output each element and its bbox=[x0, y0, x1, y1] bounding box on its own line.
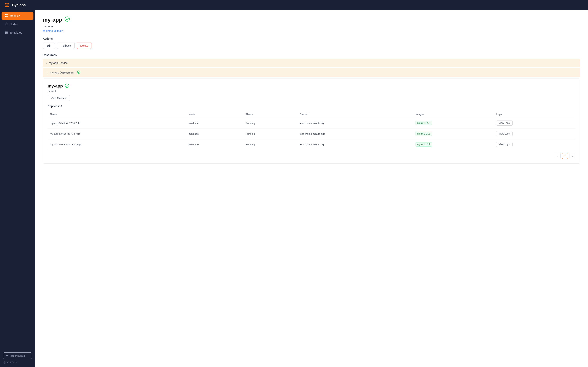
svg-point-12 bbox=[6, 24, 7, 24]
sidebar-item-modules-label: Modules bbox=[10, 14, 20, 17]
pod-logs-0[interactable]: View Logs bbox=[494, 118, 575, 128]
table-row: my-app-5745b4c678-72qkt minikube Running… bbox=[48, 118, 575, 128]
templates-icon bbox=[5, 31, 8, 34]
pod-started-2: less than a minute ago bbox=[297, 139, 413, 150]
pods-table: Name Node Phase Started Images Logs my-a… bbox=[48, 111, 575, 150]
table-row: my-app-5745b4c678-b7pjs minikube Running… bbox=[48, 128, 575, 139]
delete-button[interactable]: Delete bbox=[77, 42, 92, 49]
svg-point-6 bbox=[8, 5, 8, 5]
chevron-right-icon: › bbox=[46, 62, 47, 64]
svg-rect-9 bbox=[5, 16, 6, 17]
rollback-button[interactable]: Rollback bbox=[57, 42, 75, 49]
svg-rect-8 bbox=[6, 14, 8, 15]
svg-rect-15 bbox=[6, 32, 8, 34]
view-logs-button-0[interactable]: View Logs bbox=[496, 121, 512, 125]
chevron-down-icon: ⌄ bbox=[46, 71, 48, 74]
view-manifest-button[interactable]: View Manifest bbox=[48, 95, 70, 101]
sidebar-item-templates-label: Templates bbox=[10, 31, 22, 34]
app-status-check-icon bbox=[65, 16, 70, 23]
view-logs-button-1[interactable]: View Logs bbox=[496, 131, 512, 136]
sidebar-bottom: Report a Bug v0.3.0-rc.4 bbox=[0, 349, 35, 367]
page-title: my-app bbox=[43, 17, 62, 23]
pod-image-2: nginx:1.14.2 bbox=[413, 139, 494, 150]
deploy-title-row: my-app bbox=[48, 83, 575, 89]
svg-rect-13 bbox=[5, 31, 8, 32]
git-link[interactable]: demo @ main bbox=[43, 29, 580, 33]
report-bug-button[interactable]: Report a Bug bbox=[3, 352, 32, 359]
svg-point-17 bbox=[65, 17, 70, 21]
resources-label: Resources bbox=[43, 53, 580, 57]
svg-point-16 bbox=[3, 362, 5, 364]
svg-rect-14 bbox=[5, 32, 6, 34]
pod-phase-2: Running bbox=[243, 139, 297, 150]
pod-phase-1: Running bbox=[243, 128, 297, 139]
edit-button[interactable]: Edit bbox=[43, 42, 55, 49]
pagination-row: ‹ 1 › bbox=[48, 153, 575, 159]
pod-logs-1[interactable]: View Logs bbox=[494, 128, 575, 139]
col-header-images: Images bbox=[413, 111, 494, 118]
table-row: my-app-5745b4c678-nxwq6 minikube Running… bbox=[48, 139, 575, 150]
svg-rect-7 bbox=[5, 14, 6, 15]
bug-icon bbox=[6, 354, 8, 358]
deploy-namespace: default bbox=[48, 90, 575, 93]
sidebar-item-nodes-label: Nodes bbox=[10, 23, 17, 26]
pod-node-0: minikube bbox=[186, 118, 243, 128]
logo-icon bbox=[4, 2, 10, 8]
col-header-phase: Phase bbox=[243, 111, 297, 118]
next-page-button[interactable]: › bbox=[570, 153, 575, 159]
resource-row-service[interactable]: › my-app Service bbox=[43, 59, 580, 67]
pod-phase-0: Running bbox=[243, 118, 297, 128]
prev-page-button[interactable]: ‹ bbox=[555, 153, 561, 159]
resource-row-deployment[interactable]: ⌄ my-app Deployment bbox=[43, 68, 580, 77]
col-header-started: Started bbox=[297, 111, 413, 118]
col-header-logs: Logs bbox=[494, 111, 575, 118]
deployment-detail: my-app default View Manifest Replicas: 3… bbox=[43, 79, 580, 164]
sidebar-item-nodes[interactable]: Nodes bbox=[1, 20, 34, 28]
deployment-check-icon bbox=[77, 70, 81, 75]
logo-area: Cyclops bbox=[4, 2, 26, 8]
sidebar-item-modules[interactable]: Modules bbox=[1, 12, 34, 20]
page-title-row: my-app bbox=[43, 16, 580, 23]
pod-image-0: nginx:1.14.2 bbox=[413, 118, 494, 128]
topbar: Cyclops bbox=[0, 0, 588, 10]
svg-point-18 bbox=[77, 71, 80, 74]
resource-service-label: my-app Service bbox=[49, 61, 68, 65]
pod-name-1: my-app-5745b4c678-b7pjs bbox=[48, 128, 186, 139]
pod-name-0: my-app-5745b4c678-72qkt bbox=[48, 118, 186, 128]
view-logs-button-2[interactable]: View Logs bbox=[496, 142, 512, 147]
modules-icon bbox=[5, 14, 8, 18]
pod-logs-2[interactable]: View Logs bbox=[494, 139, 575, 150]
pod-started-0: less than a minute ago bbox=[297, 118, 413, 128]
pod-node-1: minikube bbox=[186, 128, 243, 139]
pod-started-1: less than a minute ago bbox=[297, 128, 413, 139]
svg-point-5 bbox=[6, 5, 6, 5]
version-text: v0.3.0-rc.4 bbox=[7, 361, 18, 364]
col-header-name: Name bbox=[48, 111, 186, 118]
page-1-button[interactable]: 1 bbox=[562, 153, 568, 159]
col-header-node: Node bbox=[186, 111, 243, 118]
actions-label: Actions bbox=[43, 37, 580, 40]
deploy-title: my-app bbox=[48, 83, 63, 89]
report-bug-label: Report a Bug bbox=[10, 354, 25, 357]
sidebar: Modules Nodes Templates Repor bbox=[0, 10, 35, 367]
resource-deployment-label: my-app Deployment bbox=[50, 71, 74, 74]
main-content: my-app cyclops demo @ main Actions Edit … bbox=[35, 10, 588, 367]
resources-section: Resources › my-app Service ⌄ my-app Depl… bbox=[43, 53, 580, 164]
git-link-text: demo @ main bbox=[46, 29, 63, 33]
deploy-check-icon bbox=[65, 83, 69, 89]
pod-name-2: my-app-5745b4c678-nxwq6 bbox=[48, 139, 186, 150]
pod-image-1: nginx:1.14.2 bbox=[413, 128, 494, 139]
pod-node-2: minikube bbox=[186, 139, 243, 150]
svg-rect-10 bbox=[6, 16, 8, 17]
namespace-text: cyclops bbox=[43, 25, 580, 28]
actions-row: Edit Rollback Delete bbox=[43, 42, 580, 49]
sidebar-item-templates[interactable]: Templates bbox=[1, 29, 34, 36]
link-icon bbox=[43, 29, 45, 33]
replicas-text: Replicas: 3 bbox=[48, 105, 575, 108]
nodes-icon bbox=[5, 22, 8, 26]
version-display: v0.3.0-rc.4 bbox=[3, 361, 32, 364]
logo-text: Cyclops bbox=[12, 3, 26, 7]
svg-point-19 bbox=[65, 84, 69, 88]
